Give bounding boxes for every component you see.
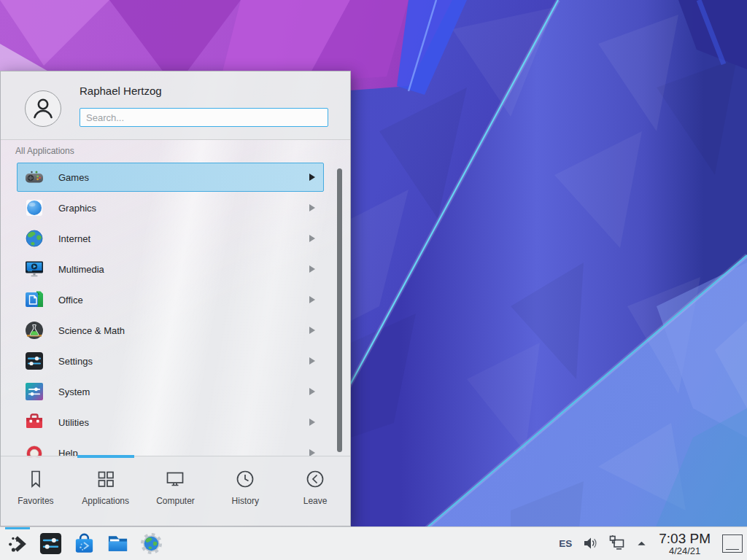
launcher-header: Raphael Hertzog [1, 71, 350, 140]
tab-label: Applications [82, 496, 129, 506]
dolphin-folder-icon [106, 532, 130, 556]
flask-icon [24, 320, 44, 341]
volume-icon[interactable] [582, 535, 598, 551]
sliders-dark-icon [24, 351, 44, 371]
sliders-gradient-icon [24, 381, 44, 402]
search-input[interactable] [80, 108, 328, 127]
tab-leave[interactable]: Leave [280, 456, 350, 526]
history-clock-icon [234, 468, 256, 490]
monitor-play-icon [24, 259, 44, 279]
menu-item-multimedia[interactable]: Multimedia [17, 254, 324, 284]
globe-icon [24, 228, 44, 249]
submenu-arrow-icon [309, 357, 315, 365]
menu-item-office[interactable]: Office [17, 285, 324, 314]
tab-computer[interactable]: Computer [141, 456, 211, 526]
menu-item-label: Settings [58, 356, 309, 367]
konqueror-globe-icon [139, 532, 163, 556]
clock-date: 4/24/21 [659, 546, 711, 556]
user-icon [28, 93, 58, 124]
menu-item-science-math[interactable]: Science & Math [17, 316, 324, 345]
submenu-arrow-icon [309, 419, 315, 426]
section-label: All Applications [15, 146, 74, 156]
menu-item-label: Utilities [58, 417, 309, 428]
menu-item-label: Multimedia [58, 264, 309, 275]
desktop: Raphael Hertzog All Applications [0, 0, 747, 560]
desktop-line-icon [726, 549, 739, 550]
tab-favorites[interactable]: Favorites [1, 456, 71, 526]
submenu-arrow-icon [309, 327, 315, 334]
submenu-arrow-icon [309, 235, 315, 242]
menu-item-system[interactable]: System [17, 377, 324, 406]
app-grid-icon [95, 468, 117, 490]
submenu-arrow-icon [309, 265, 315, 273]
menu-item-internet[interactable]: Internet [17, 224, 324, 253]
digital-clock[interactable]: 7:03 PM 4/24/21 [659, 532, 711, 556]
category-list: Games Graphics [1, 163, 350, 458]
tab-label: Leave [303, 496, 328, 506]
active-task-indicator [5, 527, 30, 529]
kde-kickoff-icon [7, 532, 30, 556]
menu-item-games[interactable]: Games [17, 163, 324, 192]
menu-item-label: System [58, 386, 309, 397]
blue-sphere-icon [24, 198, 44, 218]
menu-item-label: Graphics [58, 203, 309, 214]
user-avatar[interactable] [25, 90, 61, 127]
tab-label: Favorites [18, 496, 53, 506]
submenu-arrow-icon [309, 174, 315, 181]
discover-icon [72, 532, 96, 556]
network-icon[interactable] [608, 534, 626, 552]
show-desktop-button[interactable] [722, 534, 743, 553]
leave-icon [304, 468, 326, 490]
tab-label: Computer [156, 496, 195, 506]
computer-icon [164, 468, 186, 490]
expand-tray-icon[interactable] [636, 538, 647, 549]
taskbar-app-system-settings[interactable] [34, 527, 67, 560]
submenu-arrow-icon [309, 296, 315, 303]
submenu-arrow-icon [309, 388, 315, 395]
menu-item-settings[interactable]: Settings [17, 346, 324, 376]
tab-label: History [232, 496, 259, 506]
menu-scrollbar[interactable] [337, 168, 342, 452]
taskbar-app-dolphin[interactable] [101, 527, 134, 560]
system-settings-icon [39, 532, 63, 556]
taskbar-app-discover[interactable] [67, 527, 101, 560]
taskbar-app-konqueror[interactable] [134, 527, 168, 560]
launcher-tabbar: Favorites Applications Computer [1, 456, 350, 526]
tab-applications[interactable]: Applications [71, 456, 141, 526]
taskbar-panel: ES 7:0 [0, 526, 747, 560]
user-name: Raphael Hertzog [80, 85, 162, 97]
tab-history[interactable]: History [210, 456, 280, 526]
toolbox-icon [24, 412, 44, 432]
system-tray: ES 7:0 [559, 532, 744, 556]
application-launcher-menu: Raphael Hertzog All Applications [0, 71, 351, 526]
menu-item-label: Games [58, 172, 309, 183]
keyboard-layout-indicator[interactable]: ES [559, 538, 572, 549]
bookmark-icon [25, 468, 47, 490]
menu-item-label: Science & Math [58, 325, 309, 336]
menu-item-label: Internet [58, 233, 309, 244]
documents-icon [24, 289, 44, 310]
menu-item-graphics[interactable]: Graphics [17, 193, 324, 222]
gamepad-icon [24, 167, 44, 187]
submenu-arrow-icon [309, 204, 315, 211]
menu-item-utilities[interactable]: Utilities [17, 408, 324, 437]
clock-time: 7:03 PM [659, 532, 711, 546]
menu-item-help[interactable]: Help [17, 438, 324, 458]
app-launcher-button[interactable] [3, 527, 34, 560]
menu-item-label: Office [58, 295, 309, 306]
